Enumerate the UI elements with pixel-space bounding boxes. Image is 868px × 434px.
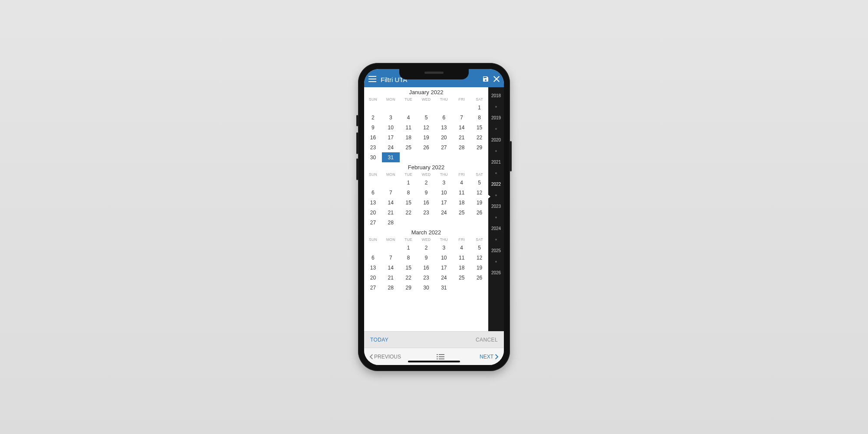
- next-button[interactable]: NEXT: [480, 354, 499, 360]
- day-cell[interactable]: 4: [400, 112, 418, 122]
- day-cell[interactable]: 11: [453, 253, 470, 263]
- day-cell[interactable]: 9: [418, 187, 435, 197]
- day-cell[interactable]: 15: [400, 263, 418, 273]
- day-cell[interactable]: 11: [453, 187, 470, 197]
- day-cell[interactable]: 24: [382, 142, 400, 152]
- day-cell[interactable]: 26: [418, 142, 435, 152]
- day-cell[interactable]: 20: [364, 273, 382, 283]
- day-cell[interactable]: 3: [382, 112, 400, 122]
- day-cell[interactable]: 18: [453, 263, 470, 273]
- day-cell[interactable]: 12: [418, 122, 435, 132]
- day-cell[interactable]: 5: [470, 178, 488, 187]
- day-cell[interactable]: 17: [435, 197, 453, 207]
- previous-button[interactable]: PREVIOUS: [369, 354, 401, 360]
- year-item[interactable]: 2018: [491, 90, 501, 102]
- day-cell[interactable]: 20: [364, 207, 382, 217]
- day-cell[interactable]: 23: [418, 207, 435, 217]
- day-cell[interactable]: 18: [453, 197, 470, 207]
- day-cell[interactable]: 13: [435, 122, 453, 132]
- day-cell[interactable]: 17: [382, 132, 400, 142]
- day-cell[interactable]: 1: [470, 102, 488, 112]
- day-cell[interactable]: 2: [364, 112, 382, 122]
- day-cell[interactable]: 22: [400, 207, 418, 217]
- day-cell[interactable]: 16: [418, 263, 435, 273]
- day-cell[interactable]: 25: [453, 207, 470, 217]
- day-cell[interactable]: 30: [418, 283, 435, 293]
- day-cell[interactable]: 18: [400, 132, 418, 142]
- day-cell[interactable]: 5: [470, 243, 488, 253]
- day-cell[interactable]: 10: [435, 253, 453, 263]
- day-cell[interactable]: 27: [435, 142, 453, 152]
- list-button[interactable]: [437, 354, 444, 359]
- day-cell[interactable]: 21: [382, 207, 400, 217]
- day-cell[interactable]: 6: [364, 253, 382, 263]
- day-cell[interactable]: 26: [470, 207, 488, 217]
- day-cell[interactable]: 27: [364, 217, 382, 227]
- day-cell[interactable]: 4: [453, 243, 470, 253]
- day-cell[interactable]: 21: [382, 273, 400, 283]
- day-cell[interactable]: 16: [364, 132, 382, 142]
- day-cell[interactable]: 3: [435, 178, 453, 187]
- day-cell[interactable]: 13: [364, 197, 382, 207]
- day-cell[interactable]: 7: [382, 253, 400, 263]
- today-button[interactable]: TODAY: [370, 337, 388, 343]
- close-icon[interactable]: [493, 76, 500, 83]
- day-cell[interactable]: 8: [470, 112, 488, 122]
- year-current[interactable]: 2022: [491, 178, 501, 190]
- day-cell[interactable]: 12: [470, 187, 488, 197]
- day-cell[interactable]: 7: [453, 112, 470, 122]
- day-cell[interactable]: 10: [382, 122, 400, 132]
- day-cell[interactable]: 9: [364, 122, 382, 132]
- day-cell[interactable]: 5: [418, 112, 435, 122]
- day-cell[interactable]: 11: [400, 122, 418, 132]
- day-cell[interactable]: 20: [435, 132, 453, 142]
- day-cell[interactable]: 1: [400, 178, 418, 187]
- day-cell[interactable]: 17: [435, 263, 453, 273]
- day-cell[interactable]: 28: [453, 142, 470, 152]
- day-cell[interactable]: 8: [400, 187, 418, 197]
- day-cell[interactable]: 23: [364, 142, 382, 152]
- calendar-months-column[interactable]: January 2022SUNMONTUEWEDTHUFRISAT1234567…: [364, 87, 488, 331]
- day-cell[interactable]: 22: [470, 132, 488, 142]
- day-cell[interactable]: 29: [400, 283, 418, 293]
- day-cell[interactable]: 30: [364, 152, 382, 162]
- day-cell[interactable]: 22: [400, 273, 418, 283]
- day-cell[interactable]: 9: [418, 253, 435, 263]
- day-cell[interactable]: 2: [418, 243, 435, 253]
- day-cell[interactable]: 29: [470, 142, 488, 152]
- year-item[interactable]: 2021: [491, 156, 501, 168]
- day-cell[interactable]: 27: [364, 283, 382, 293]
- day-cell[interactable]: 6: [435, 112, 453, 122]
- day-cell[interactable]: 14: [453, 122, 470, 132]
- day-cell[interactable]: 31: [435, 283, 453, 293]
- menu-icon[interactable]: [368, 76, 376, 83]
- day-cell[interactable]: 26: [470, 273, 488, 283]
- day-cell[interactable]: 2: [418, 178, 435, 187]
- day-cell[interactable]: 19: [470, 263, 488, 273]
- year-item[interactable]: 2025: [491, 245, 501, 256]
- day-cell[interactable]: 8: [400, 253, 418, 263]
- day-cell[interactable]: 23: [418, 273, 435, 283]
- day-cell[interactable]: 14: [382, 197, 400, 207]
- cancel-button[interactable]: CANCEL: [476, 337, 498, 343]
- home-indicator[interactable]: [408, 361, 460, 362]
- day-cell[interactable]: 6: [364, 187, 382, 197]
- year-selector-strip[interactable]: 2018•2019•2020•2021•2022•2023•2024•2025•…: [488, 87, 504, 331]
- year-item[interactable]: 2019: [491, 112, 501, 124]
- day-cell[interactable]: 4: [453, 178, 470, 187]
- day-cell[interactable]: 25: [400, 142, 418, 152]
- year-item[interactable]: 2023: [491, 201, 501, 212]
- day-cell[interactable]: 24: [435, 273, 453, 283]
- day-cell[interactable]: 14: [382, 263, 400, 273]
- year-item[interactable]: 2026: [491, 267, 501, 279]
- year-item[interactable]: 2024: [491, 223, 501, 234]
- day-cell[interactable]: 19: [470, 197, 488, 207]
- day-cell[interactable]: 16: [418, 197, 435, 207]
- day-cell[interactable]: 7: [382, 187, 400, 197]
- day-cell[interactable]: 24: [435, 207, 453, 217]
- day-cell[interactable]: 25: [453, 273, 470, 283]
- day-cell[interactable]: 28: [382, 217, 400, 227]
- day-cell[interactable]: 19: [418, 132, 435, 142]
- day-cell[interactable]: 10: [435, 187, 453, 197]
- day-cell[interactable]: 28: [382, 283, 400, 293]
